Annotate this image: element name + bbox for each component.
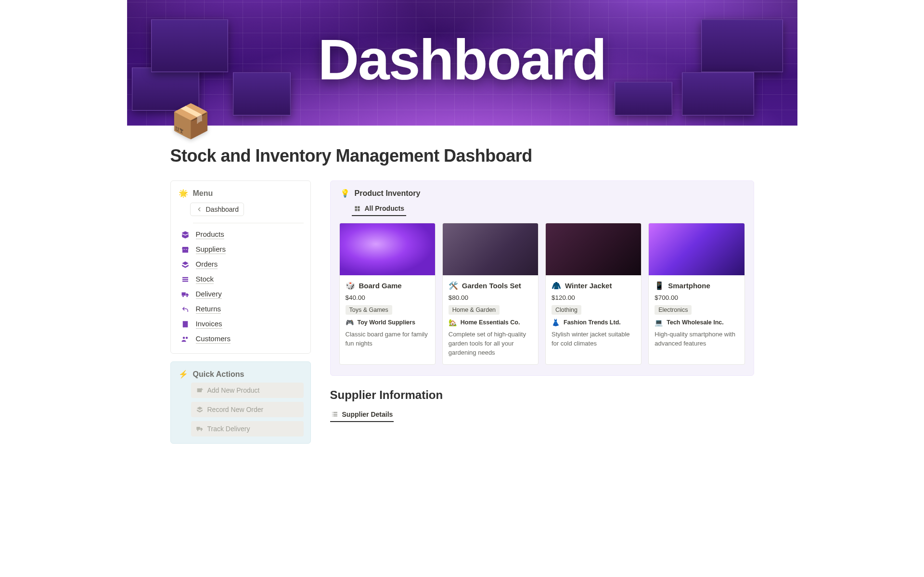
qa-btn-label: Record New Order [207,406,264,413]
product-inventory-panel: 💡 Product Inventory All Products 🎲 [330,180,754,376]
inventory-heading: 💡 Product Inventory [340,189,745,198]
product-title-text: Board Game [359,282,402,290]
sidebar-item-label: Suppliers [196,245,226,254]
page-icon[interactable]: 📦 [170,102,209,140]
page-title: Stock and Inventory Management Dashboard [170,146,797,166]
menu-divider [193,223,304,223]
supplier-emoji-icon: 💻 [654,319,663,326]
sidebar-item-label: Delivery [196,290,222,299]
product-title: 🛠️ Garden Tools Set [449,281,532,290]
back-arrow-icon [195,205,203,213]
qa-add-product-button[interactable]: Add New Product [191,383,304,398]
product-supplier: 🏡 Home Essentials Co. [449,319,532,326]
product-thumbnail [546,223,641,275]
truck-icon [180,290,190,299]
sidebar-item-label: Customers [196,334,231,344]
product-emoji-icon: 🧥 [552,281,561,290]
product-emoji-icon: 🎲 [346,281,355,290]
tab-label: Supplier Details [342,410,393,418]
category-pill: Electronics [654,305,692,315]
supplier-name: Tech Wholesale Inc. [667,319,724,326]
box-plus-icon [196,386,204,394]
lightbulb-icon: 💡 [340,189,350,198]
supplier-emoji-icon: 🎮 [346,319,354,326]
product-title-text: Winter Jacket [565,282,612,290]
supplier-emoji-icon: 👗 [552,319,560,326]
sidebar-item-label: Orders [196,260,218,269]
qa-track-delivery-button[interactable]: Track Delivery [191,421,304,436]
supplier-heading: Supplier Information [330,388,754,402]
qa-record-order-button[interactable]: Record New Order [191,402,304,417]
breadcrumb-chip[interactable]: Dashboard [190,203,244,216]
product-emoji-icon: 🛠️ [449,281,458,290]
supplier-emoji-icon: 🏡 [449,319,457,326]
sidebar-item-label: Invoices [196,320,222,329]
users-icon [180,335,190,344]
product-card[interactable]: 🧥 Winter Jacket $120.00 Clothing 👗 Fashi… [545,223,642,365]
lightning-icon: ⚡ [179,370,188,379]
sidebar-item-delivery[interactable]: Delivery [178,287,304,302]
sidebar-item-invoices[interactable]: Invoices [178,317,304,332]
tab-all-products[interactable]: All Products [352,202,406,216]
sidebar-item-stock[interactable]: Stock [178,272,304,287]
product-supplier: 🎮 Toy World Suppliers [346,319,429,326]
tab-label: All Products [365,205,404,212]
sidebar-item-label: Products [196,230,224,239]
product-description: Stylish winter jacket suitable for cold … [552,330,635,348]
quick-actions-heading: ⚡ Quick Actions [179,370,304,379]
product-price: $80.00 [449,294,532,301]
category-pill: Home & Garden [449,305,500,315]
supplier-name: Home Essentials Co. [461,319,520,326]
category-pill: Clothing [552,305,581,315]
product-thumbnail [340,223,435,275]
stack-icon [180,275,190,284]
product-description: Classic board game for family fun nights [346,330,429,348]
product-price: $40.00 [346,294,429,301]
sidebar-item-suppliers[interactable]: Suppliers [178,242,304,257]
sidebar-item-products[interactable]: Products [178,227,304,242]
supplier-name: Toy World Suppliers [358,319,415,326]
product-title: 📱 Smartphone [654,281,738,290]
product-title-text: Smartphone [668,282,710,290]
layers-icon [196,406,204,413]
product-card[interactable]: 📱 Smartphone $700.00 Electronics 💻 Tech … [648,223,744,365]
product-description: Complete set of high-quality garden tool… [449,330,532,358]
product-price: $700.00 [654,294,738,301]
product-title: 🎲 Board Game [346,281,429,290]
quick-actions-card: ⚡ Quick Actions Add New Product Record N… [170,361,311,444]
layers-icon [180,260,190,269]
sidebar-item-label: Returns [196,305,221,314]
product-title-text: Garden Tools Set [462,282,521,290]
truck-icon [196,425,204,433]
product-thumbnail [443,223,538,275]
supplier-section: Supplier Information Supplier Details [330,388,754,422]
inventory-heading-label: Product Inventory [355,189,421,198]
quick-actions-heading-label: Quick Actions [193,370,244,379]
product-description: High-quality smartphone with advanced fe… [654,330,738,348]
product-supplier: 💻 Tech Wholesale Inc. [654,319,738,326]
qa-btn-label: Add New Product [207,386,260,394]
product-thumbnail [649,223,744,275]
qa-btn-label: Track Delivery [207,425,250,433]
sidebar-item-orders[interactable]: Orders [178,257,304,272]
category-pill: Toys & Games [346,305,392,315]
hero-cover: Dashboard [127,0,797,126]
sidebar-item-customers[interactable]: Customers [178,332,304,346]
inventory-tabs: All Products [339,201,745,216]
product-card[interactable]: 🛠️ Garden Tools Set $80.00 Home & Garden… [442,223,539,365]
product-emoji-icon: 📱 [654,281,664,290]
breadcrumb-label: Dashboard [206,205,239,213]
sidebar-item-label: Stock [196,275,214,284]
hero-title: Dashboard [127,27,797,92]
sidebar-item-returns[interactable]: Returns [178,302,304,317]
box-open-icon [180,231,190,239]
product-supplier: 👗 Fashion Trends Ltd. [552,319,635,326]
product-price: $120.00 [552,294,635,301]
sparkle-icon: 🌟 [179,189,188,198]
product-card[interactable]: 🎲 Board Game $40.00 Toys & Games 🎮 Toy W… [339,223,436,365]
grid-icon [354,205,361,212]
tab-supplier-details[interactable]: Supplier Details [330,406,394,422]
receipt-icon [180,320,190,329]
menu-heading-label: Menu [193,189,213,198]
supplier-name: Fashion Trends Ltd. [564,319,621,326]
